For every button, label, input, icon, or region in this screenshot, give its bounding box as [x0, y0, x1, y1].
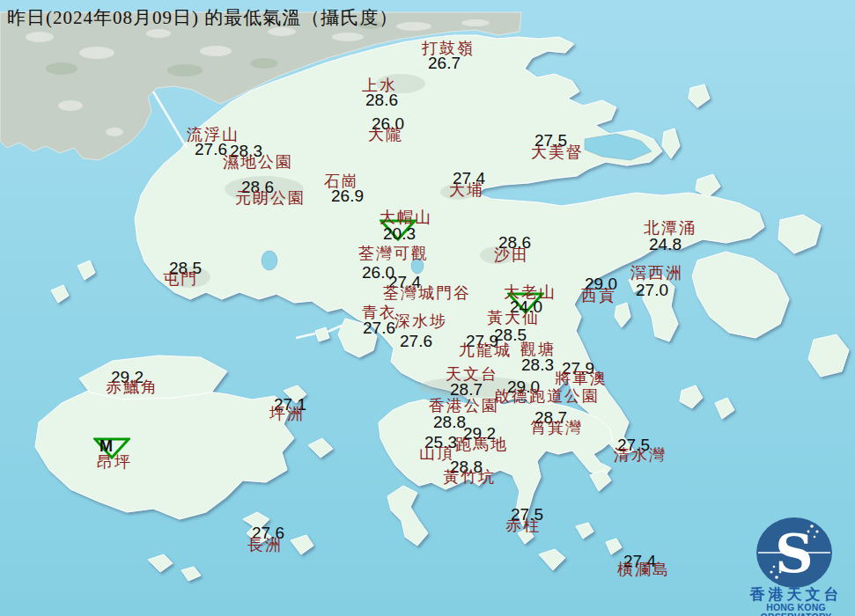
station-value: 28.7: [450, 381, 483, 398]
station-value: 20.3: [383, 225, 416, 242]
station-label: 昂坪: [97, 454, 132, 470]
station-label: 打鼓嶺: [422, 40, 475, 56]
station-label: 北潭涌: [644, 220, 697, 236]
station-value: 28.3: [521, 356, 554, 373]
station-label: 大埔: [449, 182, 484, 198]
station-label: 赤柱: [505, 517, 541, 533]
weather-map-canvas: S 昨日(2024年08月09日) 的最低氣溫（攝氏度） 26.7打鼓嶺28.6…: [0, 0, 855, 616]
hong-kong-map: S: [0, 0, 855, 616]
logo-en-text: HONG KONG OBSERVATORY: [733, 603, 855, 616]
station-missing-flag: M: [100, 438, 113, 454]
station-label: 荃灣可觀: [358, 246, 429, 261]
station-value: 24.8: [649, 236, 682, 253]
station-label: 坪洲: [269, 406, 305, 422]
hko-logo-captions: 香港天文台 HONG KONG OBSERVATORY: [740, 515, 852, 613]
station-label: 清水灣: [614, 447, 667, 463]
logo-cn-text: 香港天文台: [740, 587, 852, 602]
station-label: 山頂: [419, 445, 454, 461]
station-label: 觀塘: [520, 341, 556, 357]
station-label: 上水: [362, 77, 397, 93]
page-title: 昨日(2024年08月09日) 的最低氣溫（攝氏度）: [7, 5, 398, 30]
station-label: 滘西洲: [630, 265, 683, 281]
station-label: 橫瀾島: [617, 561, 670, 577]
station-label: 大老山: [504, 284, 556, 300]
tai-lam-reservoir: [262, 251, 277, 270]
station-label: 長洲: [247, 537, 283, 553]
station-label: 沙田: [494, 247, 529, 263]
station-label: 元朗公園: [235, 190, 306, 206]
station-label: 筲箕灣: [530, 420, 583, 436]
station-value: 27.0: [636, 282, 668, 298]
station-value: 28.8: [433, 414, 466, 430]
station-label: 青衣: [362, 304, 397, 320]
station-label: 大美督: [531, 144, 584, 160]
station-label: 九龍城: [459, 342, 512, 358]
station-value: 27.6: [400, 333, 432, 349]
station-label: 石崗: [324, 173, 359, 189]
station-label: 跑馬地: [455, 436, 508, 452]
station-label: 大隴: [368, 127, 403, 143]
station-label: 天文台: [446, 366, 498, 382]
station-label: 深水埗: [394, 313, 447, 329]
station-label: 黃大仙: [487, 310, 540, 326]
station-label: 赤鱲角: [106, 379, 158, 395]
station-label: 濕地公園: [223, 154, 293, 170]
station-label: 屯門: [163, 271, 198, 287]
station-label: 西貢: [581, 288, 616, 304]
station-label: 啟德跑道公園: [494, 388, 600, 404]
station-value: 27.6: [363, 319, 395, 336]
station-label: 流浮山: [187, 127, 240, 143]
station-label: 大帽山: [380, 209, 432, 225]
station-label: 荃灣城門谷: [383, 285, 471, 301]
station-label: 黃竹坑: [443, 469, 496, 485]
station-label: 將軍澳: [555, 370, 608, 386]
station-label: 香港公園: [429, 398, 499, 414]
